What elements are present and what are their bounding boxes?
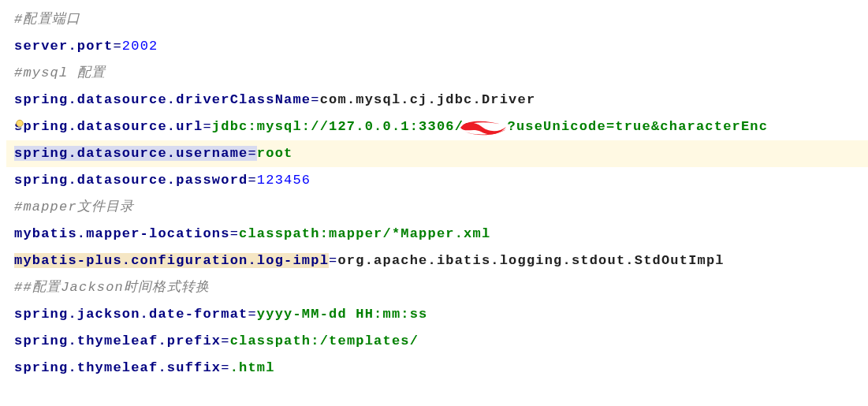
code-line[interactable]: server.port=2002 [6,33,868,60]
code-editor[interactable]: #配置端口 server.port=2002 #mysql 配置 spring.… [6,6,868,382]
property-key: spring.datasource.driverClassName [14,92,311,107]
code-line[interactable]: spring.datasource.driverClassName=com.my… [6,87,868,114]
comment-text: #mapper文件目录 [14,199,135,214]
property-key: mybatis-plus.configuration.log-impl [14,253,329,268]
code-line[interactable]: #mysql 配置 [6,60,868,87]
property-value: .html [230,360,275,375]
code-line[interactable]: #mapper文件目录 [6,194,868,221]
code-line[interactable]: #配置端口 [6,6,868,33]
property-value: classpath:/templates/ [230,333,419,348]
svg-rect-1 [18,126,21,129]
lightbulb-icon[interactable] [14,114,25,140]
property-key: mybatis.mapper-locations [14,226,230,241]
property-value: classpath:mapper/*Mapper.xml [239,226,490,241]
code-line[interactable]: spring.thymeleaf.prefix=classpath:/templ… [6,328,868,355]
property-key: spring.datasource.username [14,146,248,161]
equals-sign: = [203,119,211,134]
equals-sign: = [221,360,229,375]
property-key: spring.datasource.url [14,119,203,134]
property-value: org.apache.ibatis.logging.stdout.StdOutI… [337,253,724,268]
equals-sign: = [248,307,256,322]
equals-sign: = [329,253,337,268]
property-key: spring.thymeleaf.suffix [14,360,221,375]
property-key: spring.jackson.date-format [14,307,248,322]
code-line[interactable]: spring.thymeleaf.suffix=.html [6,355,868,382]
comment-text: ##配置Jackson时间格式转换 [14,280,210,295]
property-key: server.port [14,39,113,54]
code-line[interactable]: spring.datasource.password=123456 [6,167,868,194]
comment-text: #mysql 配置 [14,65,106,80]
code-line[interactable]: mybatis-plus.configuration.log-impl=org.… [6,248,868,274]
property-value: com.mysql.cj.jdbc.Driver [320,92,536,107]
redaction-mark [457,116,511,138]
comment-text: #配置端口 [14,12,80,27]
code-line[interactable]: spring.jackson.date-format=yyyy-MM-dd HH… [6,301,868,328]
equals-sign: = [248,146,256,161]
property-value: yyyy-MM-dd HH:mm:ss [257,307,428,322]
property-value: 123456 [257,173,311,188]
equals-sign: = [311,92,319,107]
svg-point-0 [17,120,23,126]
property-key: spring.datasource.password [14,173,248,188]
equals-sign: = [230,226,239,241]
code-line[interactable]: mybatis.mapper-locations=classpath:mappe… [6,221,868,248]
equals-sign: = [221,333,229,348]
code-line-active[interactable]: spring.datasource.username=root [6,140,868,167]
equals-sign: = [248,173,256,188]
property-value-pre: jdbc:mysql://127.0.0.1:3306/ [212,119,464,134]
equals-sign: = [113,39,121,54]
property-value: 2002 [122,39,158,54]
property-value-post: ?useUnicode=true&characterEnc [508,119,769,134]
code-line[interactable]: spring.datasource.url=jdbc:mysql://127.0… [6,114,868,140]
property-value: root [257,146,293,161]
code-line[interactable]: ##配置Jackson时间格式转换 [6,274,868,301]
property-key: spring.thymeleaf.prefix [14,333,221,348]
